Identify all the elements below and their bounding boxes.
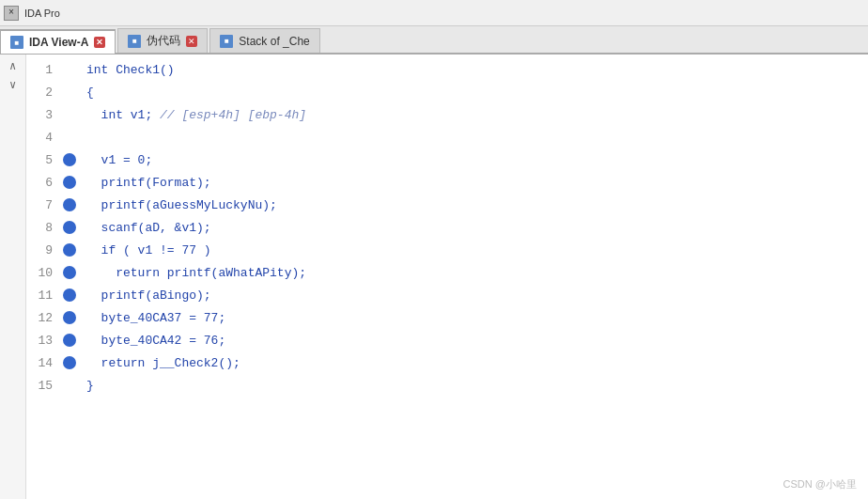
close-button[interactable]: × xyxy=(4,6,19,21)
line-number: 5 xyxy=(26,153,60,167)
line-number: 13 xyxy=(26,334,60,348)
breakpoint-dot xyxy=(63,356,76,369)
table-row: 1int Check1() xyxy=(26,58,868,81)
breakpoint-marker[interactable] xyxy=(60,376,79,395)
table-row: 11 printf(aBingo); xyxy=(26,284,868,306)
breakpoint-marker[interactable] xyxy=(60,128,79,147)
breakpoint-dot xyxy=(63,153,76,166)
line-number: 2 xyxy=(26,86,60,100)
breakpoint-empty xyxy=(63,131,76,144)
code-content: byte_40CA37 = 77; xyxy=(79,311,225,325)
tab-label-ida-view-a: IDA View-A xyxy=(29,36,88,49)
breakpoint-dot xyxy=(63,266,76,279)
breakpoint-marker[interactable] xyxy=(60,83,79,101)
breakpoint-marker[interactable] xyxy=(60,150,79,169)
breakpoint-empty xyxy=(63,379,76,392)
table-row: 10 return printf(aWhatAPity); xyxy=(26,261,868,284)
breakpoint-marker[interactable] xyxy=(60,353,79,372)
main-area: ∧ ∨ 1int Check1()2{3 int v1; // [esp+4h]… xyxy=(0,55,868,499)
line-number: 14 xyxy=(26,356,60,370)
breakpoint-marker[interactable] xyxy=(60,60,79,79)
line-number: 15 xyxy=(26,379,60,393)
code-area: 1int Check1()2{3 int v1; // [esp+4h] [eb… xyxy=(26,55,868,499)
breakpoint-dot xyxy=(63,221,76,234)
table-row: 9 if ( v1 != 77 ) xyxy=(26,239,868,261)
table-row: 4 xyxy=(26,126,868,148)
table-row: 2{ xyxy=(26,81,868,103)
code-content: printf(Format); xyxy=(79,176,211,190)
line-number: 7 xyxy=(26,198,60,212)
scroll-up-arrow[interactable]: ∧ xyxy=(6,58,21,73)
code-content: byte_40CA42 = 76; xyxy=(79,334,225,348)
left-gutter: ∧ ∨ xyxy=(0,55,26,499)
table-row: 6 printf(Format); xyxy=(26,171,868,194)
breakpoint-empty xyxy=(63,108,76,121)
code-content: printf(aBingo); xyxy=(79,288,211,303)
line-number: 9 xyxy=(26,243,60,257)
breakpoint-marker[interactable] xyxy=(60,286,79,304)
code-content: { xyxy=(79,86,94,100)
breakpoint-marker[interactable] xyxy=(60,105,79,124)
title-text: IDA Pro xyxy=(24,8,60,19)
tab-icon-pseudocode: ■ xyxy=(128,35,141,48)
tab-pseudocode[interactable]: ■伪代码✕ xyxy=(117,28,208,53)
breakpoint-dot xyxy=(63,176,76,189)
table-row: 5 v1 = 0; xyxy=(26,148,868,171)
breakpoint-marker[interactable] xyxy=(60,241,79,259)
tab-stack[interactable]: ■Stack of _Che xyxy=(209,28,319,53)
tab-icon-stack: ■ xyxy=(220,35,233,48)
breakpoint-marker[interactable] xyxy=(60,173,79,192)
breakpoint-dot xyxy=(63,198,76,211)
breakpoint-marker[interactable] xyxy=(60,263,79,282)
table-row: 7 printf(aGuessMyLuckyNu); xyxy=(26,194,868,216)
code-content: } xyxy=(79,379,94,393)
table-row: 3 int v1; // [esp+4h] [ebp-4h] xyxy=(26,103,868,126)
breakpoint-marker[interactable] xyxy=(60,308,79,327)
watermark: CSDN @小哈里 xyxy=(783,477,857,491)
table-row: 13 byte_40CA42 = 76; xyxy=(26,329,868,351)
line-number: 8 xyxy=(26,221,60,235)
line-number: 1 xyxy=(26,63,60,77)
line-number: 11 xyxy=(26,288,60,303)
title-bar: × IDA Pro xyxy=(0,0,868,26)
code-content: v1 = 0; xyxy=(79,153,152,167)
breakpoint-dot xyxy=(63,334,76,347)
breakpoint-dot xyxy=(63,243,76,257)
tab-label-stack: Stack of _Che xyxy=(239,35,309,48)
code-content: if ( v1 != 77 ) xyxy=(79,243,211,257)
breakpoint-dot xyxy=(63,311,76,324)
table-row: 15} xyxy=(26,374,868,397)
table-row: 12 byte_40CA37 = 77; xyxy=(26,306,868,329)
table-row: 14 return j__Check2(); xyxy=(26,351,868,374)
code-content: scanf(aD, &v1); xyxy=(79,221,211,235)
line-number: 12 xyxy=(26,311,60,325)
breakpoint-marker[interactable] xyxy=(60,195,79,214)
line-number: 3 xyxy=(26,108,60,122)
tab-label-pseudocode: 伪代码 xyxy=(147,33,180,49)
code-content: int v1; // [esp+4h] [ebp-4h] xyxy=(79,108,306,122)
breakpoint-empty xyxy=(63,86,76,99)
tab-close-ida-view-a[interactable]: ✕ xyxy=(94,37,105,48)
breakpoint-dot xyxy=(63,288,76,302)
scroll-down-arrow[interactable]: ∨ xyxy=(6,77,21,92)
tab-close-pseudocode[interactable]: ✕ xyxy=(186,36,197,47)
code-content: int Check1() xyxy=(79,63,175,77)
code-content: return printf(aWhatAPity); xyxy=(79,266,306,280)
line-number: 4 xyxy=(26,131,60,145)
breakpoint-empty xyxy=(63,63,76,76)
code-content: printf(aGuessMyLuckyNu); xyxy=(79,198,277,212)
breakpoint-marker[interactable] xyxy=(60,218,79,237)
line-number: 10 xyxy=(26,266,60,280)
breakpoint-marker[interactable] xyxy=(60,331,79,350)
table-row: 8 scanf(aD, &v1); xyxy=(26,216,868,239)
tab-bar: ■IDA View-A✕■伪代码✕■Stack of _Che xyxy=(0,26,868,55)
tab-icon-ida-view-a: ■ xyxy=(10,36,23,49)
tab-ida-view-a[interactable]: ■IDA View-A✕ xyxy=(0,29,116,54)
code-content: return j__Check2(); xyxy=(79,356,240,370)
line-number: 6 xyxy=(26,176,60,190)
